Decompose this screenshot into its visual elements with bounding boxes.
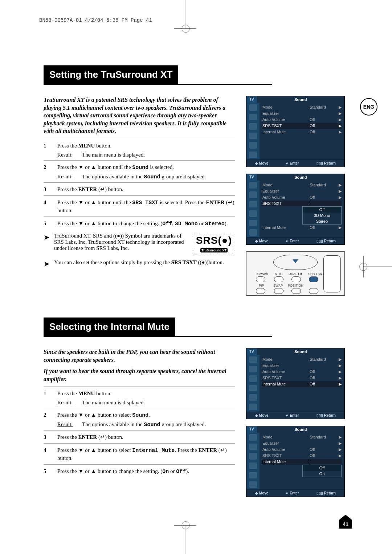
osd-sidebar [246, 433, 260, 489]
step-body: Press the ▼ or ▲ button to select Intern… [57, 446, 235, 462]
osd-row-label: SRS TSXT [262, 124, 307, 128]
osd-menu-row: SRS TSXT: Off▶ [262, 123, 342, 129]
osd-row-value: : Off [307, 225, 336, 230]
remote-label: SRS TSXT [308, 272, 324, 276]
step-body: Press the ▼ or ▲ button until the SRS TS… [57, 199, 235, 214]
osd-row-value: : [307, 460, 336, 464]
result-text: The options available in the Sound group… [82, 174, 206, 180]
osd-menu-row: SRS TSXT: Off▶ [262, 453, 342, 459]
chevron-right-icon: ▶ [336, 369, 342, 374]
remote-button [274, 276, 283, 282]
osd-menu-row: Auto Volume: Off▶ [262, 117, 342, 123]
osd-menu-row: Auto Volume: Off▶ [262, 194, 342, 201]
remote-label: SWAP [273, 284, 283, 287]
osd-menu-row: Equalizer▶ [262, 440, 342, 446]
osd-menu-row: Equalizer▶ [262, 110, 342, 117]
osd-row-value: : Standard [307, 183, 336, 187]
osd-tab: TV [246, 96, 257, 103]
chevron-right-icon: ▶ [336, 357, 342, 362]
result-label: Result: [57, 152, 82, 158]
page-number: 41 [339, 520, 352, 529]
osd-row-value [307, 441, 336, 446]
osd-menu-row: Internal Mute: Off▶ [262, 129, 342, 135]
osd-option: Off [303, 465, 341, 471]
osd-option: Off [303, 207, 341, 213]
osd-footer: ◆ Move↵ Enter▯▯▯ Return [246, 237, 344, 244]
chevron-right-icon: ▶ [336, 130, 342, 134]
chevron-right-icon: ▶ [336, 117, 342, 122]
chevron-right-icon: ▶ [336, 225, 342, 230]
chevron-right-icon: ▶ [336, 441, 342, 446]
note-text: TruSurround XT, SRS and ((●)) Symbol are… [54, 233, 188, 254]
osd-row-label: SRS TSXT [262, 453, 307, 458]
osd-footer: ◆ Move↵ Enter▯▯▯ Return [246, 489, 344, 497]
osd-row-label: Mode [262, 357, 307, 362]
osd-footer: ◆ Move↵ Enter▯▯▯ Return [246, 159, 344, 167]
osd-foot-return: ▯▯▯ Return [317, 239, 336, 243]
step-number: 1 [44, 390, 57, 397]
step-number: 3 [44, 186, 57, 193]
note-icon: ➤ [44, 259, 50, 268]
osd-title: Sound [257, 174, 344, 181]
osd-menu-row: Internal Mute: Off▶ [262, 225, 342, 231]
osd-row-label: Equalizer [262, 189, 307, 194]
manual-page: BN68-00597A-01 4/2/04 6:38 PM Page 41 EN… [0, 0, 392, 554]
tip-note: ➤ You can also set these options simply … [44, 259, 235, 268]
step-result: Result:The options available in the Soun… [57, 174, 235, 180]
osd-menu-row: Auto Volume: Off▶ [262, 369, 342, 375]
remote-label: TeleWeb [255, 272, 268, 276]
osd-submenu: Off3D MonoStereo [302, 206, 342, 225]
osd-screen: TVSoundMode: Standard▶Equalizer▶Auto Vol… [246, 174, 345, 245]
step-body: Press the MENU button. [57, 390, 235, 397]
remote-button [291, 276, 301, 282]
osd-row-label: Equalizer [262, 441, 307, 446]
step-result: Result:The options available in the Soun… [57, 421, 235, 428]
step-body: Press the ▼ or ▲ button until the Sound … [57, 163, 235, 171]
osd-foot-move: ◆ Move [255, 413, 268, 417]
osd-menu-row: Mode: Standard▶ [262, 434, 342, 440]
chevron-right-icon: ▶ [336, 105, 342, 110]
remote-button-srs [309, 276, 318, 282]
chevron-right-icon: ▶ [336, 382, 342, 387]
step-number: 4 [44, 446, 57, 462]
step: 3Press the ENTER (↵) button. [44, 186, 235, 193]
osd-row-label: Auto Volume [262, 117, 307, 122]
remote-side-panel [323, 255, 341, 292]
chevron-right-icon [336, 460, 342, 464]
osd-tab: TV [246, 426, 257, 433]
step-body: Press the ENTER (↵) button. [57, 186, 235, 193]
osd-foot-move: ◆ Move [255, 161, 268, 165]
step-result: Result:The main menu is displayed. [57, 152, 235, 158]
step-number: 1 [44, 142, 57, 150]
title-rule [44, 84, 272, 85]
step: 4Press the ▼ or ▲ button until the SRS T… [44, 199, 235, 214]
osd-row-value: : Off [307, 382, 336, 387]
step-number: 5 [44, 220, 57, 228]
osd-option: 3D Mono [303, 213, 341, 218]
srs-logo-sub: TruSurround XT [200, 248, 228, 252]
step: 5Press the ▼ or ▲ button to change the s… [44, 220, 235, 228]
osd-row-label: Mode [262, 183, 307, 187]
result-text: The options available in the Sound group… [82, 421, 206, 428]
chevron-right-icon: ▶ [336, 376, 342, 380]
chevron-right-icon: ▶ [336, 435, 342, 440]
crop-mark-right [363, 266, 392, 288]
osd-menu-row: SRS TSXT: [262, 201, 342, 206]
step-body: Press the ▼ or ▲ button to change the se… [57, 220, 235, 228]
osd-foot-enter: ↵ Enter [286, 239, 299, 243]
osd-screen: TVSoundMode: Standard▶Equalizer▶Auto Vol… [246, 348, 345, 419]
osd-row-value: : [307, 201, 336, 206]
section-title: Setting the TruSurround XT [44, 65, 178, 84]
result-label: Result: [57, 174, 82, 180]
osd-tab: TV [246, 348, 257, 355]
osd-option: On [303, 471, 341, 477]
remote-label: POSITION [288, 284, 303, 287]
osd-row-label: Auto Volume [262, 195, 307, 200]
step-body: Press the ENTER (↵) button. [57, 433, 235, 441]
crop-mark-bottom [185, 525, 207, 554]
osd-foot-enter: ↵ Enter [286, 491, 299, 495]
osd-row-label: Internal Mute [262, 382, 307, 387]
step-number: 5 [44, 468, 57, 476]
osd-foot-move: ◆ Move [255, 239, 268, 243]
trademark-note: ➤ TruSurround XT, SRS and ((●)) Symbol a… [44, 233, 235, 254]
